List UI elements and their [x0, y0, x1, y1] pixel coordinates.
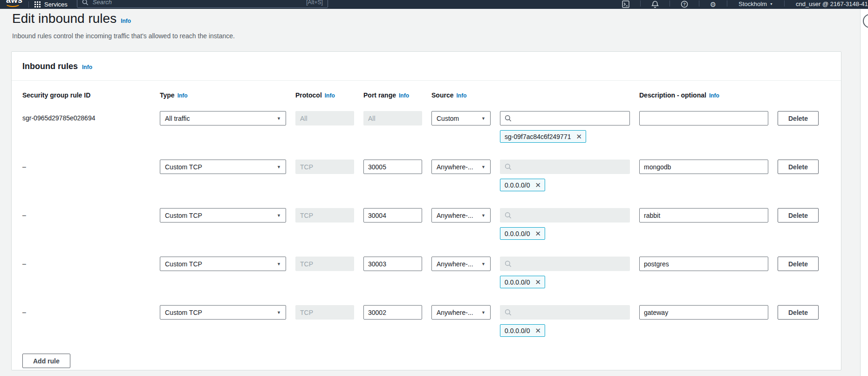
source-search-box[interactable] [500, 111, 630, 125]
region-label: Stockholm [738, 0, 767, 7]
side-panel-toggle-icon[interactable] [863, 14, 868, 28]
rule-id: – [22, 160, 150, 174]
notifications-button[interactable] [646, 0, 664, 8]
source-search-input [515, 211, 625, 220]
source-token: sg-09f7ac84c6f249771 ✕ [500, 130, 586, 143]
source-cell: sg-09f7ac84c6f249771 ✕ [500, 111, 630, 143]
delete-cell: Delete [778, 305, 819, 320]
type-select[interactable]: Custom TCP ▼ [160, 305, 286, 320]
type-select[interactable]: Custom TCP ▼ [160, 208, 286, 223]
source-select[interactable]: Anywhere-... ▼ [431, 160, 491, 174]
protocol-input [295, 111, 354, 125]
type-select-value: Custom TCP [165, 260, 202, 268]
column-headers: Security group rule ID Type Info Protoco… [22, 91, 830, 100]
type-select[interactable]: Custom TCP ▼ [160, 160, 286, 174]
type-select-value: Custom TCP [165, 212, 202, 219]
rules-list: sgr-0965d29785e028694 All traffic ▼ Cust… [22, 111, 830, 337]
source-search-box [500, 160, 630, 174]
remove-token-icon[interactable]: ✕ [534, 181, 542, 189]
remove-token-icon[interactable]: ✕ [534, 229, 542, 238]
delete-cell: Delete [778, 257, 819, 271]
delete-rule-button[interactable]: Delete [778, 257, 819, 271]
source-select-value: Anywhere-... [437, 309, 473, 316]
port-range-input[interactable] [363, 208, 422, 223]
info-link[interactable]: Info [456, 92, 466, 100]
help-button[interactable]: ? [676, 0, 693, 8]
panel-info-link[interactable]: Info [82, 64, 92, 70]
source-token: 0.0.0.0/0 ✕ [500, 276, 545, 288]
protocol-input [295, 208, 354, 223]
info-link[interactable]: Info [709, 92, 719, 100]
type-select[interactable]: Custom TCP ▼ [160, 257, 286, 271]
source-token: 0.0.0.0/0 ✕ [500, 227, 545, 240]
column-header-type: Type Info [160, 91, 286, 100]
settings-button[interactable]: ⚙ [705, 1, 721, 8]
port-range-input[interactable] [363, 305, 422, 320]
source-select[interactable]: Anywhere-... ▼ [431, 257, 491, 271]
rule-row: – Custom TCP ▼ Anywhere-... ▼ 0.0.0.0/0 … [22, 305, 830, 337]
description-input[interactable] [639, 257, 768, 271]
help-icon: ? [681, 0, 688, 8]
remove-token-icon[interactable]: ✕ [575, 132, 583, 141]
source-select[interactable]: Custom ▼ [431, 111, 491, 125]
nav-divider [727, 0, 727, 7]
description-input[interactable] [639, 111, 768, 125]
aws-logo-smile-icon [5, 0, 21, 7]
column-header-source: Source Info [431, 91, 491, 100]
info-link[interactable]: Info [178, 92, 188, 100]
page-header: Edit inbound rules Info [12, 11, 131, 26]
port-range-input [363, 111, 422, 125]
chevron-down-icon: ▼ [277, 213, 281, 218]
region-selector[interactable]: Stockholm ▼ [733, 0, 779, 8]
chevron-down-icon: ▼ [277, 262, 281, 266]
nav-divider [699, 0, 699, 7]
source-select[interactable]: Anywhere-... ▼ [431, 208, 491, 223]
port-range-input[interactable] [363, 160, 422, 174]
chevron-down-icon: ▼ [481, 165, 485, 169]
info-link[interactable]: Info [325, 92, 335, 100]
source-select-value: Anywhere-... [437, 260, 473, 268]
source-select[interactable]: Anywhere-... ▼ [431, 305, 491, 320]
panel-header: Inbound rules Info [12, 52, 841, 71]
search-icon [505, 163, 512, 170]
description-input[interactable] [639, 160, 768, 174]
page-subtitle: Inbound rules control the incoming traff… [12, 32, 235, 40]
services-menu[interactable]: Services [34, 1, 68, 9]
source-token-label: 0.0.0.0/0 [505, 327, 530, 334]
port-range-input[interactable] [363, 257, 422, 271]
cloudshell-button[interactable] [617, 0, 635, 8]
info-link[interactable]: Info [399, 92, 409, 100]
aws-logo[interactable]: aws [4, 0, 23, 9]
right-side-rail [860, 9, 868, 376]
delete-rule-button[interactable]: Delete [778, 208, 819, 223]
page-title-info-link[interactable]: Info [121, 18, 131, 24]
global-search-input[interactable]: Search [Alt+S] [77, 0, 328, 8]
rule-row: – Custom TCP ▼ Anywhere-... ▼ 0.0.0.0/0 … [22, 160, 830, 191]
column-header-rule-id: Security group rule ID [22, 91, 150, 100]
panel-body: Security group rule ID Type Info Protoco… [12, 81, 841, 368]
bell-icon [651, 0, 659, 8]
source-search-input[interactable] [515, 114, 625, 123]
source-select-value: Custom [437, 115, 459, 122]
inbound-rules-panel: Inbound rules Info Security group rule I… [11, 51, 841, 370]
delete-rule-button[interactable]: Delete [778, 305, 819, 320]
delete-rule-button[interactable]: Delete [778, 111, 819, 125]
type-select[interactable]: All traffic ▼ [160, 111, 286, 125]
account-menu[interactable]: cnd_user @ 2167-3148-416 [790, 0, 868, 8]
add-rule-button[interactable]: Add rule [22, 354, 70, 368]
rule-row: sgr-0965d29785e028694 All traffic ▼ Cust… [22, 111, 830, 143]
nav-divider [640, 0, 641, 7]
source-token-label: 0.0.0.0/0 [505, 230, 530, 237]
description-input[interactable] [639, 305, 768, 320]
app-grid-icon [34, 1, 41, 7]
nav-divider [28, 1, 29, 7]
delete-rule-button[interactable]: Delete [778, 160, 819, 174]
services-label: Services [44, 1, 68, 8]
remove-token-icon[interactable]: ✕ [534, 278, 542, 286]
column-header-protocol: Protocol Info [295, 91, 354, 100]
source-cell: 0.0.0.0/0 ✕ [500, 305, 630, 337]
rule-row: – Custom TCP ▼ Anywhere-... ▼ 0.0.0.0/0 … [22, 257, 830, 288]
top-navigation-bar: aws Services Search [Alt+S] [0, 0, 868, 9]
remove-token-icon[interactable]: ✕ [534, 326, 542, 335]
description-input[interactable] [639, 208, 768, 223]
